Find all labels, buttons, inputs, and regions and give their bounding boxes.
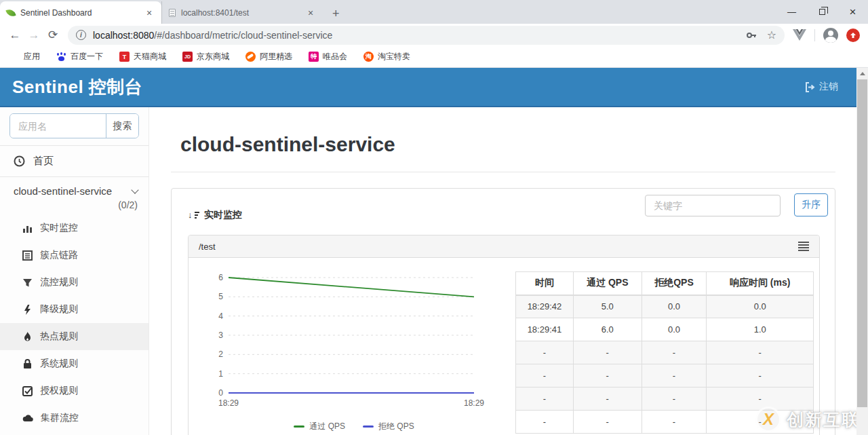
sentinel-leaf-icon	[5, 7, 16, 18]
svg-text:18:29: 18:29	[464, 398, 484, 408]
bar-chart-icon	[22, 223, 33, 233]
address-bar[interactable]: i localhost:8080/#/dashboard/metric/clou…	[68, 26, 785, 45]
apps-grid-icon	[9, 52, 20, 62]
scrollbar-thumb[interactable]	[857, 79, 867, 407]
toolbar-divider	[814, 29, 815, 41]
tmall-icon: T	[119, 52, 130, 62]
vue-devtools-icon[interactable]	[793, 29, 806, 41]
table-row: ----	[516, 411, 814, 434]
document-icon	[169, 9, 176, 17]
divider	[171, 172, 835, 172]
chart-menu-icon[interactable]	[798, 240, 809, 252]
bookmark-star-icon[interactable]: ☆	[767, 29, 776, 41]
jd-icon: JD	[182, 52, 193, 62]
bookmark-jd[interactable]: JD 京东商城	[182, 51, 229, 62]
bookmark-ali[interactable]: 阿里精选	[245, 51, 292, 62]
password-key-icon[interactable]	[745, 29, 757, 41]
svg-text:2: 2	[218, 349, 223, 359]
svg-text:6: 6	[218, 273, 223, 282]
alibaba-icon	[245, 52, 256, 62]
keyword-input[interactable]	[645, 195, 781, 216]
app-header: Sentinel 控制台 注销	[0, 68, 868, 107]
legend-swatch-green	[294, 425, 304, 428]
extension-update-icon[interactable]	[846, 29, 860, 42]
fire-icon	[22, 332, 33, 342]
sidebar: 搜索 首页 cloud-sentinel-service (0/2) 实时监控	[0, 107, 149, 435]
close-window-button[interactable]: ×	[837, 0, 868, 24]
metrics-table: 时间 通过 QPS 拒绝QPS 响应时间 (ms) 18:29:425.00.0…	[515, 271, 814, 434]
back-button[interactable]: ←	[5, 29, 24, 42]
baidu-paw-icon	[56, 52, 66, 62]
chevron-down-icon	[131, 186, 138, 193]
sort-order-button[interactable]: 升序	[794, 193, 828, 216]
tab-close-icon[interactable]: ×	[305, 7, 316, 18]
qps-chart: 654321018:2918:29	[205, 266, 503, 410]
page-title: cloud-sentinel-service	[180, 133, 395, 156]
legend-pass-qps[interactable]: 通过 QPS	[294, 421, 345, 432]
vip-icon: 特	[309, 52, 319, 62]
list-icon	[22, 250, 33, 261]
resource-name: /test	[199, 242, 216, 252]
app-search-group: 搜索	[9, 113, 139, 138]
tab-localhost-test[interactable]: localhost:8401/test ×	[161, 1, 323, 24]
tab-sentinel-dashboard[interactable]: Sentinel Dashboard ×	[0, 1, 161, 24]
bookmarks-bar: 应用 百度一下 T 天猫商城 JD 京东商城 阿里精选 特 唯品会 淘 淘宝特卖	[0, 46, 868, 68]
profile-avatar[interactable]	[823, 28, 838, 43]
restore-icon	[819, 9, 825, 15]
filter-icon	[22, 278, 33, 288]
sidebar-item-cluster-flow[interactable]: 集群流控	[0, 404, 149, 432]
sidebar-item-machine-list[interactable]: 机器列表	[0, 432, 149, 435]
reload-button[interactable]: ⟳	[43, 28, 62, 42]
bookmark-apps[interactable]: 应用	[9, 51, 40, 62]
legend-block-qps[interactable]: 拒绝 QPS	[363, 421, 414, 432]
svg-text:0: 0	[218, 388, 223, 398]
url-text: localhost:8080/#/dashboard/metric/cloud-…	[93, 30, 738, 41]
table-row: 18:29:416.00.01.0	[516, 318, 814, 341]
svg-text:4: 4	[218, 311, 223, 321]
app-healthy-count: (0/2)	[14, 200, 138, 210]
bookmark-vip[interactable]: 特 唯品会	[309, 51, 347, 62]
sidebar-item-hotspot-rules[interactable]: 热点规则	[0, 323, 149, 350]
sidebar-item-realtime-monitor[interactable]: 实时监控	[0, 214, 149, 242]
browser-tab-strip: Sentinel Dashboard × localhost:8401/test…	[0, 0, 868, 24]
resource-card: /test 654321018:2918:29 通过 QPS	[188, 235, 820, 435]
table-row: ----	[516, 341, 814, 364]
qps-chart-wrap: 654321018:2918:29	[205, 266, 503, 413]
svg-text:18:29: 18:29	[218, 398, 239, 408]
forward-button[interactable]: →	[24, 29, 43, 42]
page-scrollbar[interactable]	[856, 68, 868, 435]
scroll-up-arrow-icon[interactable]	[856, 68, 868, 79]
sidebar-item-system-rules[interactable]: 系统规则	[0, 350, 149, 377]
taobao-icon: 淘	[363, 52, 374, 62]
bookmark-taobao[interactable]: 淘 淘宝特卖	[363, 51, 410, 62]
sort-amount-icon	[189, 210, 199, 220]
tab-close-icon[interactable]: ×	[144, 7, 155, 18]
sidebar-item-home[interactable]: 首页	[0, 146, 149, 176]
site-info-icon[interactable]: i	[76, 30, 86, 40]
browser-toolbar: ← → ⟳ i localhost:8080/#/dashboard/metri…	[0, 24, 868, 46]
bookmark-tmall[interactable]: T 天猫商城	[119, 51, 166, 62]
legend-swatch-blue	[363, 425, 374, 428]
sidebar-app-toggle[interactable]: cloud-sentinel-service	[14, 185, 138, 197]
svg-text:3: 3	[218, 330, 223, 340]
app-search-input[interactable]	[10, 114, 106, 138]
bookmark-baidu[interactable]: 百度一下	[56, 51, 103, 62]
lock-icon	[22, 359, 33, 369]
sidebar-item-auth-rules[interactable]: 授权规则	[0, 377, 149, 404]
bolt-icon	[22, 305, 33, 315]
restore-button[interactable]	[807, 0, 837, 24]
sidebar-item-degrade-rules[interactable]: 降级规则	[0, 296, 149, 323]
sidebar-item-cluster-link[interactable]: 簇点链路	[0, 242, 149, 269]
sidebar-item-flow-rules[interactable]: 流控规则	[0, 269, 149, 296]
realtime-monitor-panel: 实时监控 升序 /test 654321018:2918:29	[171, 188, 835, 435]
logout-icon	[805, 82, 815, 92]
table-row: ----	[516, 387, 814, 411]
svg-text:5: 5	[218, 292, 223, 301]
table-row: ----	[516, 364, 814, 387]
new-tab-button[interactable]: +	[323, 7, 349, 24]
app-title: Sentinel 控制台	[12, 75, 142, 99]
panel-title: 实时监控	[189, 209, 242, 221]
app-search-button[interactable]: 搜索	[106, 114, 138, 138]
logout-link[interactable]: 注销	[805, 81, 838, 93]
minimize-button[interactable]: —	[776, 0, 807, 24]
